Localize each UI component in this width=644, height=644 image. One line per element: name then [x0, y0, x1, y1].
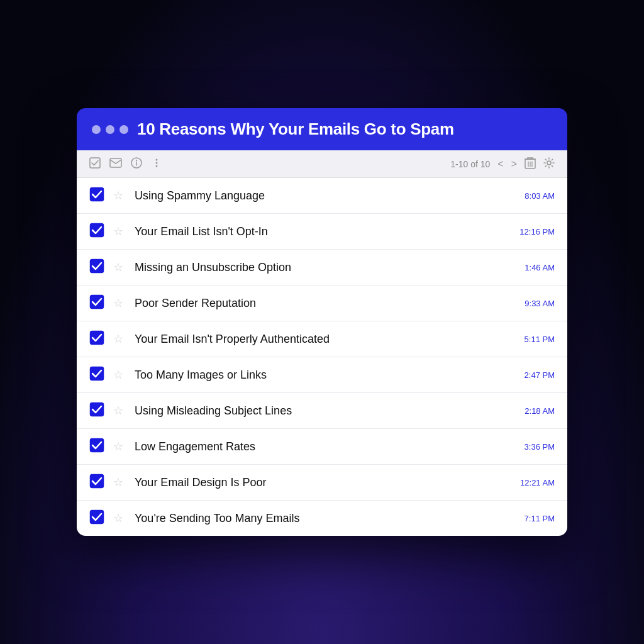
email-item[interactable]: ☆ Using Spammy Language 8:03 AM — [77, 178, 567, 214]
settings-icon[interactable] — [543, 157, 555, 170]
email-subject: Low Engagement Rates — [135, 440, 516, 453]
star-icon[interactable]: ☆ — [113, 225, 123, 238]
titlebar: 10 Reasons Why Your Emails Go to Spam — [77, 108, 567, 150]
toolbar: 1-10 of 10 < > — [77, 150, 567, 178]
email-time: 1:46 AM — [525, 263, 555, 272]
email-subject: Your Email Isn't Properly Authenticated — [135, 333, 516, 346]
toolbar-more-icon[interactable] — [151, 157, 162, 171]
dot-3 — [119, 125, 128, 134]
toolbar-mail-icon[interactable] — [109, 158, 122, 170]
checkbox-icon[interactable] — [89, 474, 104, 491]
email-time: 12:16 PM — [519, 227, 555, 236]
email-item[interactable]: ☆ Too Many Images or Links 2:47 PM — [77, 357, 567, 393]
star-icon[interactable]: ☆ — [113, 440, 123, 453]
email-item[interactable]: ☆ Your Email List Isn't Opt-In 12:16 PM — [77, 214, 567, 250]
prev-button[interactable]: < — [497, 158, 503, 170]
email-subject: Using Spammy Language — [135, 189, 516, 203]
email-subject: Your Email List Isn't Opt-In — [135, 225, 511, 238]
email-time: 2:47 PM — [525, 370, 555, 380]
star-icon[interactable]: ☆ — [113, 404, 123, 418]
email-subject: Too Many Images or Links — [135, 369, 516, 382]
email-item[interactable]: ☆ Your Email Design Is Poor 12:21 AM — [77, 465, 567, 501]
star-icon[interactable]: ☆ — [113, 189, 123, 203]
email-list: ☆ Using Spammy Language 8:03 AM ☆ Your E… — [77, 178, 567, 536]
email-time: 8:03 AM — [525, 191, 555, 201]
email-window: 10 Reasons Why Your Emails Go to Spam — [77, 108, 567, 536]
toolbar-checkbox-icon[interactable] — [89, 157, 101, 171]
traffic-lights — [92, 125, 128, 134]
dot-2 — [106, 125, 114, 134]
email-time: 5:11 PM — [525, 335, 555, 344]
star-icon[interactable]: ☆ — [113, 511, 123, 525]
checkbox-icon[interactable] — [89, 366, 104, 384]
email-item[interactable]: ☆ You're Sending Too Many Emails 7:11 PM — [77, 501, 567, 536]
email-item[interactable]: ☆ Low Engagement Rates 3:36 PM — [77, 429, 567, 465]
checkbox-icon[interactable] — [89, 294, 104, 312]
star-icon[interactable]: ☆ — [113, 260, 123, 274]
checkbox-icon[interactable] — [89, 438, 104, 455]
trash-icon[interactable] — [525, 157, 536, 171]
email-item[interactable]: ☆ Using Misleading Subject Lines 2:18 AM — [77, 393, 567, 429]
email-item[interactable]: ☆ Missing an Unsubscribe Option 1:46 AM — [77, 250, 567, 286]
email-subject: Missing an Unsubscribe Option — [135, 261, 516, 274]
email-time: 2:18 AM — [525, 406, 555, 416]
email-time: 7:11 PM — [525, 514, 555, 523]
svg-point-5 — [156, 158, 158, 160]
email-subject: Using Misleading Subject Lines — [135, 404, 516, 418]
toolbar-left — [89, 157, 162, 171]
star-icon[interactable]: ☆ — [113, 368, 123, 382]
checkbox-icon[interactable] — [89, 330, 104, 348]
dot-1 — [92, 125, 101, 134]
email-subject: Poor Sender Reputation — [135, 297, 516, 310]
email-subject: Your Email Design Is Poor — [135, 476, 511, 489]
checkbox-icon[interactable] — [89, 258, 104, 276]
svg-point-6 — [156, 162, 158, 164]
svg-rect-1 — [110, 158, 121, 167]
email-subject: You're Sending Too Many Emails — [135, 512, 516, 525]
star-icon[interactable]: ☆ — [113, 296, 123, 310]
star-icon[interactable]: ☆ — [113, 475, 123, 489]
email-item[interactable]: ☆ Your Email Isn't Properly Authenticate… — [77, 321, 567, 357]
checkbox-icon[interactable] — [89, 223, 104, 240]
star-icon[interactable]: ☆ — [113, 332, 123, 346]
svg-point-16 — [547, 161, 551, 165]
checkbox-icon[interactable] — [89, 187, 104, 204]
email-time: 9:33 AM — [525, 299, 555, 308]
toolbar-right: 1-10 of 10 < > — [450, 157, 555, 171]
checkbox-icon[interactable] — [89, 402, 104, 419]
next-button[interactable]: > — [511, 158, 517, 170]
checkbox-icon[interactable] — [89, 509, 104, 527]
email-time: 3:36 PM — [525, 442, 555, 452]
pagination-text: 1-10 of 10 — [450, 159, 490, 169]
toolbar-alert-icon[interactable] — [131, 157, 142, 171]
email-item[interactable]: ☆ Poor Sender Reputation 9:33 AM — [77, 286, 567, 321]
window-title: 10 Reasons Why Your Emails Go to Spam — [137, 119, 454, 139]
email-time: 12:21 AM — [520, 478, 555, 487]
svg-point-7 — [156, 165, 158, 167]
